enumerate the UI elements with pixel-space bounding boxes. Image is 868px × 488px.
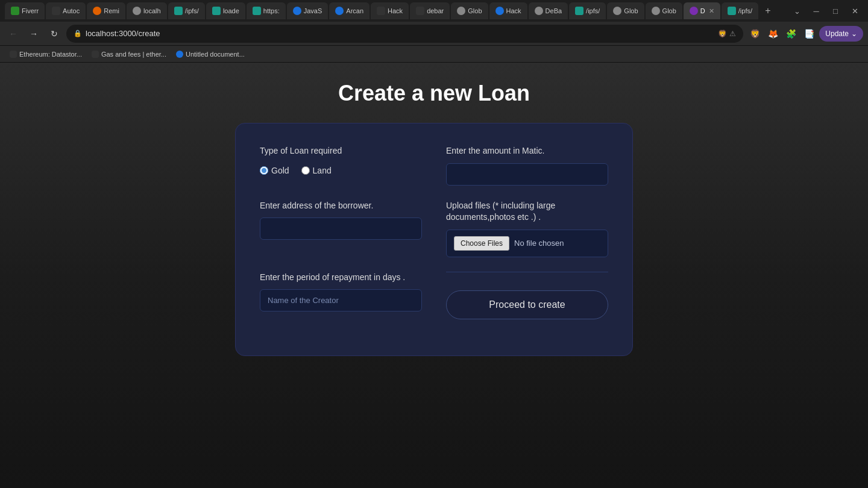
radio-land-input[interactable] <box>301 166 310 175</box>
close-window-button[interactable]: ✕ <box>846 2 863 19</box>
create-loan-form: Type of Loan required Gold Land Enter th… <box>235 123 633 356</box>
borrower-col: Enter address of the borrower. <box>260 200 422 257</box>
tab-arcan[interactable]: Arcan <box>329 2 370 19</box>
wallet-icon[interactable]: 🦊 <box>765 26 781 42</box>
radio-gold-input[interactable] <box>260 166 268 175</box>
bookmark-untitled-label: Untitled document... <box>186 51 245 58</box>
page-title: Create a new Loan <box>338 81 530 106</box>
maximize-button[interactable]: □ <box>827 2 844 19</box>
form-row-3: Enter the period of repayment in days . … <box>260 272 608 319</box>
address-bar: 🔒 localhost:3000/create 🦁 ⚠ <box>66 25 743 43</box>
page-content: Create a new Loan Type of Loan required … <box>0 63 868 488</box>
repayment-label: Enter the period of repayment in days . <box>260 272 422 284</box>
no-file-text: No file chosen <box>514 239 564 248</box>
upload-area: Choose Files No file chosen <box>446 230 608 257</box>
forward-button[interactable]: → <box>25 25 42 42</box>
divider <box>446 272 608 272</box>
tab-hack1[interactable]: Hack <box>371 2 409 19</box>
tab-bar-controls: ⌄ ─ □ ✕ <box>788 2 863 19</box>
bookmark-gas-label: Gas and fees | ether... <box>101 51 166 58</box>
bookmark-gas[interactable]: Gas and fees | ether... <box>89 51 169 58</box>
address-bar-icons: 🦁 ⚠ <box>718 30 736 38</box>
tab-fiverr[interactable]: Fiverr <box>5 2 45 19</box>
tab-autoc[interactable]: Autoc <box>46 2 86 19</box>
borrower-input[interactable] <box>260 217 422 240</box>
tab-remi[interactable]: Remi <box>87 2 125 19</box>
radio-gold[interactable]: Gold <box>260 166 289 175</box>
tab-active[interactable]: D ✕ <box>684 2 720 19</box>
minimize-button[interactable]: ─ <box>808 2 825 19</box>
amount-col: Enter the amount in Matic. <box>446 145 608 186</box>
radio-gold-label: Gold <box>271 166 289 175</box>
tab-glob3[interactable]: Glob <box>646 2 682 19</box>
update-chevron-icon: ⌄ <box>851 30 857 38</box>
bookmarks-icon[interactable]: 📑 <box>801 26 817 42</box>
repayment-col: Enter the period of repayment in days . <box>260 272 422 319</box>
tab-bar: Fiverr Autoc Remi localh /ipfs/ loade ht… <box>0 0 868 22</box>
update-button[interactable]: Update ⌄ <box>819 26 863 42</box>
extensions-icon[interactable]: 🧩 <box>783 26 799 42</box>
radio-land-label: Land <box>313 166 332 175</box>
tab-debar[interactable]: debar <box>410 2 450 19</box>
bookmark-ethereum-label: Ethereum: Datastor... <box>19 51 82 58</box>
loan-type-label: Type of Loan required <box>260 145 422 157</box>
browser-chrome: Fiverr Autoc Remi localh /ipfs/ loade ht… <box>0 0 868 63</box>
tab-deba2[interactable]: DeBa <box>529 2 568 19</box>
borrower-label: Enter address of the borrower. <box>260 200 422 212</box>
amount-input[interactable] <box>446 163 608 186</box>
tab-ipfs2[interactable]: /ipfs/ <box>569 2 606 19</box>
tab-ipfs3[interactable]: /ipfs/ <box>722 2 758 19</box>
upload-label: Upload files (* including large document… <box>446 200 608 224</box>
url-display[interactable]: localhost:3000/create <box>86 29 714 38</box>
radio-land[interactable]: Land <box>301 166 332 175</box>
update-label: Update <box>825 30 849 38</box>
bookmark-untitled[interactable]: Untitled document... <box>174 51 247 58</box>
tab-https[interactable]: https: <box>247 2 286 19</box>
tab-glob2[interactable]: Glob <box>607 2 644 19</box>
upload-col: Upload files (* including large document… <box>446 200 608 257</box>
amount-label: Enter the amount in Matic. <box>446 145 608 157</box>
loan-type-col: Type of Loan required Gold Land <box>260 145 422 186</box>
creator-name-input[interactable] <box>260 289 422 311</box>
tab-hack2[interactable]: Hack <box>489 2 527 19</box>
warning-icon: ⚠ <box>729 30 736 38</box>
proceed-button[interactable]: Proceed to create <box>446 290 608 319</box>
loan-type-radio-group: Gold Land <box>260 166 422 175</box>
tab-localh[interactable]: localh <box>127 2 167 19</box>
back-button[interactable]: ← <box>5 25 22 42</box>
tab-javas[interactable]: JavaS <box>287 2 329 19</box>
nav-bar: ← → ↻ 🔒 localhost:3000/create 🦁 ⚠ 🦁 🦊 🧩 … <box>0 22 868 46</box>
tab-list-button[interactable]: ⌄ <box>788 2 805 19</box>
form-row-1: Type of Loan required Gold Land Enter th… <box>260 145 608 186</box>
bookmark-ethereum[interactable]: Ethereum: Datastor... <box>7 51 84 58</box>
nav-right-controls: 🦁 🦊 🧩 📑 Update ⌄ <box>747 26 863 42</box>
form-row-2: Enter address of the borrower. Upload fi… <box>260 200 608 257</box>
tab-loade[interactable]: loade <box>206 2 245 19</box>
tab-close-icon[interactable]: ✕ <box>709 7 714 15</box>
brave-rewards-icon[interactable]: 🦁 <box>747 26 763 42</box>
tab-glob1[interactable]: Glob <box>451 2 488 19</box>
tab-ipfs1[interactable]: /ipfs/ <box>168 2 205 19</box>
brave-shield-icon[interactable]: 🦁 <box>718 30 727 38</box>
lock-icon: 🔒 <box>74 30 82 37</box>
choose-files-button[interactable]: Choose Files <box>454 236 509 251</box>
bookmark-bar: Ethereum: Datastor... Gas and fees | eth… <box>0 46 868 63</box>
proceed-col: Proceed to create <box>446 272 608 319</box>
new-tab-button[interactable]: + <box>760 2 776 19</box>
refresh-button[interactable]: ↻ <box>46 25 63 42</box>
